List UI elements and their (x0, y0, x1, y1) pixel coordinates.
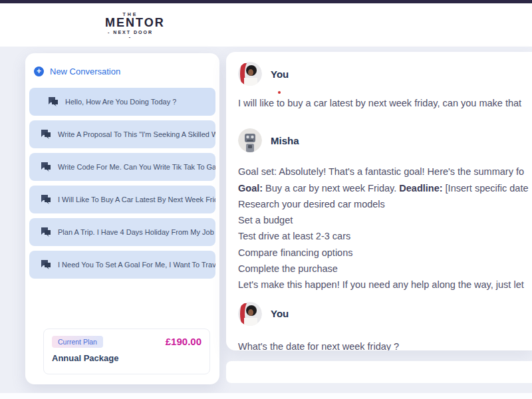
chat-bubble-icon (41, 259, 51, 270)
message-author: Misha (271, 135, 299, 146)
plan-price: £190.00 (166, 336, 201, 347)
conversation-item-label: Write A Proposal To This "I'm Seeking A … (58, 130, 215, 138)
chat-bubble-icon (41, 194, 51, 205)
conversation-item-1[interactable]: Hello, How Are You Doing Today ? (29, 88, 215, 116)
message-user-1: You I will like to buy a car latest by n… (238, 62, 532, 111)
chat-bubble-icon (41, 227, 51, 237)
user-avatar (238, 302, 262, 326)
current-plan-card: Current Plan £190.00 Annual Package (43, 329, 210, 374)
plan-name: Annual Package (52, 353, 201, 363)
deadline-label: Deadline: (399, 183, 442, 194)
message-text: What's the date for next week friday ? (238, 338, 532, 350)
goal-label: Goal: (238, 183, 263, 194)
chat-bubble-icon (41, 129, 51, 140)
message-text: I will like to buy a car latest by next … (238, 95, 532, 111)
red-dot-indicator (278, 91, 281, 94)
conversation-item-label: Write Code For Me. Can You Write Tik Tak… (58, 163, 215, 171)
conversation-item-label: I Need You To Set A Goal For Me, I Want … (58, 261, 215, 269)
message-step: Set a budget (238, 212, 532, 228)
chat-message-area: You I will like to buy a car latest by n… (226, 52, 532, 350)
message-step: Complete the purchase (238, 261, 532, 277)
message-user-2: You What's the date for next week friday… (238, 302, 532, 350)
message-bot: Misha Goal set: Absolutely! That's a fan… (238, 128, 532, 293)
message-step: Research your desired car models (238, 196, 532, 212)
bottom-strip (0, 393, 532, 399)
message-line: Goal: Buy a car by next week Friday. Dea… (238, 180, 532, 196)
conversation-item-label: Plan A Trip. I Have 4 Days Holiday From … (58, 228, 215, 236)
conversation-item-label: I Will Like To Buy A Car Latest By Next … (58, 196, 215, 203)
conversation-item-2[interactable]: Write A Proposal To This "I'm Seeking A … (29, 120, 215, 148)
goal-text: Buy a car by next week Friday. (263, 183, 399, 194)
message-author: You (271, 308, 289, 319)
current-plan-badge: Current Plan (52, 336, 103, 348)
conversation-item-5[interactable]: Plan A Trip. I Have 4 Days Holiday From … (29, 218, 215, 246)
message-input-panel[interactable] (226, 361, 532, 383)
conversation-item-3[interactable]: Write Code For Me. Can You Write Tik Tak… (29, 153, 215, 181)
bot-avatar (238, 128, 262, 152)
conversation-item-4[interactable]: I Will Like To Buy A Car Latest By Next … (29, 186, 215, 213)
conversation-sidebar: + New Conversation Hello, How Are You Do… (25, 53, 219, 384)
app-logo[interactable]: THE MENTOR - NEXT DOOR - (105, 12, 156, 39)
message-author: You (271, 68, 289, 80)
user-avatar (238, 62, 262, 86)
deadline-text: [Insert specific date (443, 183, 529, 194)
logo-text-next-door: - NEXT DOOR - (105, 30, 156, 39)
message-line: Goal set: Absolutely! That's a fantastic… (238, 164, 532, 180)
new-conversation-label: New Conversation (50, 66, 120, 76)
plus-icon: + (34, 66, 44, 76)
message-line: Let's make this happen! If you need any … (238, 277, 532, 293)
conversation-list: Hello, How Are You Doing Today ? Write A… (25, 88, 219, 279)
conversation-item-label: Hello, How Are You Doing Today ? (65, 98, 176, 106)
chat-bubble-icon (48, 96, 59, 107)
message-step: Test drive at least 2-3 cars (238, 228, 532, 244)
message-step: Compare financing options (238, 245, 532, 261)
conversation-item-6[interactable]: I Need You To Set A Goal For Me, I Want … (29, 251, 215, 279)
logo-text-mentor: MENTOR (105, 17, 156, 29)
chat-bubble-icon (41, 162, 51, 172)
app-header: THE MENTOR - NEXT DOOR - (0, 3, 532, 47)
new-conversation-button[interactable]: + New Conversation (25, 53, 219, 76)
